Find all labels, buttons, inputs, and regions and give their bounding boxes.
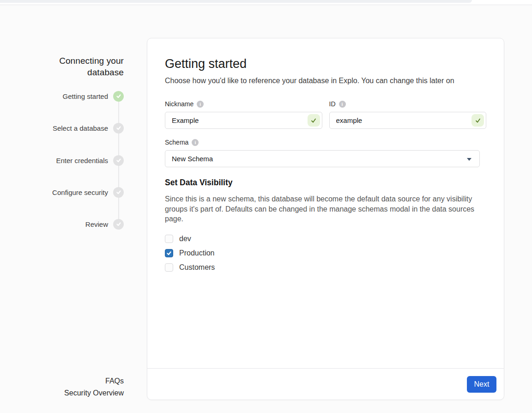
faqs-link[interactable]: FAQs [64,375,124,387]
sidebar-footer-links: FAQs Security Overview [64,375,124,399]
checkbox-label: dev [179,235,191,243]
id-label: ID [329,100,336,108]
visibility-group-dev[interactable]: dev [165,232,486,246]
checkbox-dev[interactable] [165,235,173,243]
step-label: Select a database [53,124,108,132]
checkbox-label: Production [179,249,215,257]
page-title: Getting started [165,56,486,72]
data-visibility-description: Since this is a new schema, this databas… [165,194,484,224]
getting-started-card: Getting started Choose how you'd like to… [147,38,504,400]
step-check-icon [113,91,124,102]
nickname-input[interactable] [165,112,322,129]
next-button[interactable]: Next [467,376,496,393]
valid-check-icon [472,114,484,127]
schema-label: Schema [165,139,188,146]
schema-select[interactable]: New Schema [165,150,480,167]
visibility-groups-list: dev Production Customers [165,232,486,275]
visibility-group-customers[interactable]: Customers [165,261,486,275]
checkbox-customers[interactable] [165,263,173,272]
stepper-step-select-database[interactable]: Select a database [53,122,124,134]
nickname-field-group: Nickname [165,100,322,129]
checkbox-label: Customers [179,263,215,272]
step-check-icon [113,155,124,166]
step-check-icon [113,123,124,134]
stepper-step-enter-credentials[interactable]: Enter credentials [56,155,124,166]
wizard-title: Connecting your database [41,55,124,78]
info-icon[interactable] [339,101,346,108]
valid-check-icon [308,114,320,127]
data-visibility-heading: Set Data Visibility [165,178,486,188]
nickname-label: Nickname [165,100,193,108]
stepper-step-configure-security[interactable]: Configure security [52,187,124,198]
schema-selected-value: New Schema [172,155,213,163]
schema-field-group: Schema New Schema [165,139,480,167]
id-field-group: ID [329,100,487,129]
step-label: Enter credentials [56,157,108,164]
stepper-step-review[interactable]: Review [85,219,124,230]
id-input[interactable] [329,112,487,129]
step-label: Review [85,220,108,228]
step-label: Configure security [52,188,108,196]
step-check-icon [113,219,124,230]
info-icon[interactable] [197,101,204,108]
step-check-icon [113,187,124,198]
stepper-step-getting-started[interactable]: Getting started [63,91,124,102]
card-footer: Next [147,368,504,400]
checkbox-production[interactable] [165,249,173,257]
info-icon[interactable] [192,139,199,146]
caret-down-icon [467,158,472,161]
wizard-sidebar: Connecting your database Getting started… [0,0,124,413]
page-subtitle: Choose how you'd like to reference your … [165,76,486,86]
step-label: Getting started [63,92,108,100]
security-overview-link[interactable]: Security Overview [64,387,124,399]
visibility-group-production[interactable]: Production [165,246,486,261]
